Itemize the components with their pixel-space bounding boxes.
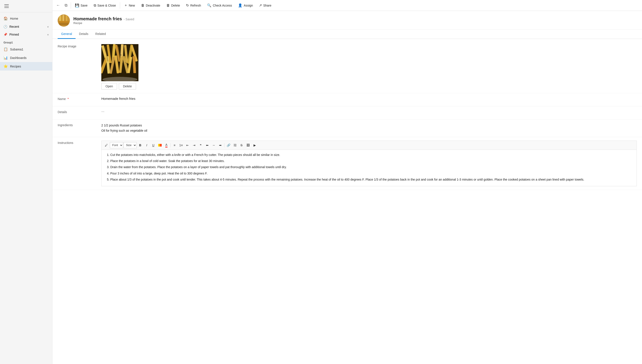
increase-indent-button[interactable]: ⇥ — [191, 142, 197, 148]
sidebar-item-subarea1[interactable]: 📋 Subarea1 — [0, 45, 52, 54]
recipe-image-row: Recipe image — [52, 39, 642, 93]
chevron-down-icon-pinned: ∨ — [47, 34, 49, 36]
unlink-button[interactable]: ⛓ — [232, 142, 238, 148]
record-title: Homemade french fries — [73, 16, 122, 22]
save-close-icon: ⧉ — [94, 4, 96, 8]
sidebar-header — [0, 0, 52, 12]
toolbar-separator-1 — [71, 2, 71, 9]
numbered-list-button[interactable]: 1≡ — [178, 142, 184, 148]
rte-toolbar: 🖊 Font Size B I — [101, 140, 637, 150]
instructions-list: Cut the potatoes into matchsticks, eithe… — [105, 152, 633, 182]
instruction-item-3: Drain the water from the potatoes. Place… — [110, 165, 633, 170]
toolbar: ← ⧉ 💾 Save ⧉ Save & Close ＋ New 🗑 Deacti… — [52, 0, 642, 11]
delete-icon: 🗑 — [166, 4, 170, 8]
align-left-icon: ⬅ — [206, 144, 208, 147]
link-button[interactable]: 🔗 — [225, 142, 232, 148]
font-selector[interactable]: Font — [110, 142, 123, 148]
record-header: Homemade french fries - Saved Recipe — [52, 11, 642, 30]
sidebar-item-recent[interactable]: 🕐 Recent ∨ — [0, 23, 52, 30]
more-button[interactable]: ▶ — [252, 142, 258, 148]
decrease-indent-button[interactable]: ⇤ — [184, 142, 191, 148]
recipes-icon: ⭐ — [4, 64, 8, 68]
recent-icon: 🕐 — [4, 25, 7, 28]
increase-indent-icon: ⇥ — [193, 144, 196, 147]
quote-button[interactable]: ❝ — [198, 142, 204, 148]
assign-button[interactable]: 👤 Assign — [235, 0, 256, 11]
rte-content[interactable]: Cut the potatoes into matchsticks, eithe… — [101, 150, 637, 186]
save-close-button[interactable]: ⧉ Save & Close — [90, 0, 119, 11]
name-row: Name * Homemade french fries — [52, 93, 642, 106]
required-indicator: * — [68, 97, 68, 101]
sidebar-item-pinned[interactable]: 📌 Pinned ∨ — [0, 30, 52, 38]
record-status: - Saved — [124, 18, 134, 21]
delete-image-button[interactable]: Delete — [119, 83, 136, 90]
fries-svg — [101, 44, 138, 81]
svg-rect-7 — [58, 21, 69, 23]
sidebar: 🏠 Home 🕐 Recent ∨ 📌 Pinned ∨ Group1 📋 Su… — [0, 0, 52, 364]
name-value: Homemade french fries — [101, 97, 637, 100]
check-access-button[interactable]: 🔍 Check Access — [204, 0, 235, 11]
align-center-button[interactable]: ↔ — [211, 142, 217, 148]
highlight-color-button[interactable] — [157, 142, 163, 148]
quote-icon: ❝ — [200, 144, 202, 147]
refresh-button[interactable]: ↻ Refresh — [183, 0, 204, 11]
dashboard-icon: 📊 — [4, 56, 8, 60]
ingredients-row: Ingredients 2 1/2 pounds Russet potatoes… — [52, 120, 642, 137]
bold-button[interactable]: B — [137, 142, 143, 148]
home-icon: 🏠 — [4, 16, 8, 20]
form-content: Recipe image — [52, 39, 642, 190]
font-color-icon: A — [165, 143, 167, 148]
sidebar-item-dashboards[interactable]: 📊 Dashboards — [0, 54, 52, 62]
strikethrough-button[interactable]: S — [238, 142, 244, 148]
bold-label: B — [139, 144, 141, 147]
align-left-button[interactable]: ⬅ — [204, 142, 210, 148]
save-icon: 💾 — [75, 3, 79, 8]
font-color-button[interactable]: A — [163, 142, 170, 148]
image-insert-button[interactable]: 🖼 — [245, 142, 251, 148]
italic-button[interactable]: I — [144, 142, 150, 148]
align-right-button[interactable]: ➡ — [217, 142, 224, 148]
details-value: --- — [101, 110, 637, 113]
image-value: Open Delete — [101, 44, 637, 90]
assign-icon: 👤 — [238, 3, 242, 8]
ingredient-line-1: 2 1/2 pounds Russet potatoes — [101, 123, 637, 128]
open-new-button[interactable]: ⧉ — [62, 2, 70, 10]
sidebar-item-recipes[interactable]: ⭐ Recipes — [0, 62, 52, 70]
recipe-image — [101, 44, 138, 81]
svg-point-32 — [114, 66, 115, 66]
deactivate-button[interactable]: 🗑 Deactivate — [138, 0, 163, 11]
avatar — [58, 14, 70, 27]
instructions-value: 🖊 Font Size B I — [101, 140, 637, 186]
new-button[interactable]: ＋ New — [121, 0, 138, 11]
highlight-icon — [158, 144, 162, 146]
share-button[interactable]: ↗ Share — [256, 0, 274, 11]
tabs: General Details Related — [52, 30, 642, 39]
svg-point-30 — [120, 54, 122, 56]
details-row: Details --- — [52, 106, 642, 120]
sidebar-item-home[interactable]: 🏠 Home — [0, 14, 52, 23]
delete-button[interactable]: 🗑 Delete — [163, 0, 183, 11]
bullet-list-button[interactable]: ≡ — [172, 142, 178, 148]
ingredients-value: 2 1/2 pounds Russet potatoes Oil for fry… — [101, 123, 637, 134]
open-image-button[interactable]: Open — [101, 83, 117, 90]
ingredient-line-2: Oil for frying such as vegetable oil — [101, 128, 637, 134]
size-selector[interactable]: Size — [124, 142, 137, 148]
tab-related[interactable]: Related — [92, 30, 110, 39]
instruction-item-1: Cut the potatoes into matchsticks, eithe… — [110, 152, 633, 157]
save-button[interactable]: 💾 Save — [72, 0, 90, 11]
tab-details[interactable]: Details — [76, 30, 92, 39]
align-right-icon: ➡ — [219, 144, 222, 147]
underline-button[interactable]: U — [150, 142, 156, 148]
subarea-icon: 📋 — [4, 47, 8, 51]
underline-label: U — [152, 144, 154, 147]
back-button[interactable]: ← — [54, 2, 62, 10]
decrease-indent-icon: ⇤ — [186, 144, 189, 147]
tab-general[interactable]: General — [58, 30, 76, 39]
svg-point-31 — [130, 49, 130, 50]
strikethrough-icon: S — [240, 144, 242, 147]
unlink-icon: ⛓ — [234, 144, 236, 147]
numbered-list-icon: 1≡ — [179, 144, 183, 147]
rte-clear-format-button[interactable]: 🖊 — [103, 142, 110, 148]
details-label: Details — [58, 110, 101, 114]
hamburger-menu[interactable] — [4, 2, 10, 10]
